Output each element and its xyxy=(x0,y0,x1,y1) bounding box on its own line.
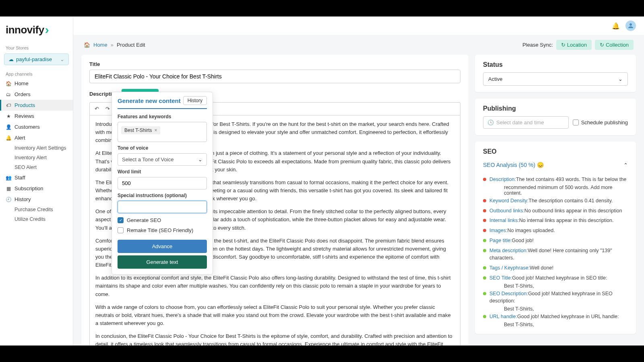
seo-item-sub: Best T-Shirts, xyxy=(483,306,628,312)
status-dot-icon xyxy=(483,266,486,269)
sidebar-item-products[interactable]: 🏷Products xyxy=(0,100,73,111)
seo-item: Images:No images uploaded. xyxy=(483,226,628,236)
title-label: Title xyxy=(89,61,460,67)
sidebar-subitem[interactable]: Utilize Credits xyxy=(0,214,73,224)
seo-item-sub: recommended minimum of 500 words. Add mo… xyxy=(483,185,628,196)
sidebar: innovify› Your Stores ☁ payful-paradise … xyxy=(0,16,73,346)
sidebar-item-orders[interactable]: 🗂Orders xyxy=(0,89,73,100)
logo-chevron-icon: › xyxy=(45,23,49,37)
generate-popover: Generate new content History Features an… xyxy=(111,92,213,275)
status-title: Status xyxy=(483,61,628,68)
seo-card: SEO SEO Analysis (50 %) 😞 ⌃ Description:… xyxy=(475,142,636,334)
stores-label: Your Stores xyxy=(0,43,73,52)
home-icon: 🏠 xyxy=(84,42,90,48)
breadcrumb: 🏠 Home » Product Edit xyxy=(84,42,145,48)
advance-button[interactable]: Advance xyxy=(118,240,207,253)
keywords-input[interactable]: Best T-Shirts × xyxy=(118,122,207,142)
sidebar-subitem[interactable]: Inventory Alert xyxy=(0,153,73,162)
seo-item-sub: Best T-Shirts, xyxy=(483,283,628,289)
popover-title: Generate new content xyxy=(118,97,181,104)
special-instructions-input[interactable] xyxy=(118,201,207,213)
chevron-down-icon: ⌄ xyxy=(618,76,623,82)
status-dot-icon xyxy=(483,199,486,202)
schedule-label: Schedule publishing xyxy=(581,119,628,125)
seo-item: Tags / Keyphrase:Well done! xyxy=(483,263,628,273)
refresh-icon: ↻ xyxy=(600,42,604,48)
customers-icon: 👤 xyxy=(6,124,11,130)
sidebar-item-home[interactable]: 🏠Home xyxy=(0,78,73,89)
remake-title-checkbox[interactable] xyxy=(118,227,124,233)
publish-date-input[interactable]: 🕓 Select date and time xyxy=(483,116,569,129)
user-avatar[interactable] xyxy=(625,21,636,31)
sidebar-item-alert[interactable]: 🔔Alert xyxy=(0,132,73,143)
generate-seo-label: Generate SEO xyxy=(127,217,161,223)
chevron-down-icon: ⌄ xyxy=(60,56,64,62)
sync-collection-button[interactable]: ↻Collection xyxy=(595,40,634,50)
keyword-tag: Best T-Shirts × xyxy=(121,126,160,134)
status-dot-icon xyxy=(483,219,486,222)
sidebar-item-subscription[interactable]: ▦Subscription xyxy=(0,183,73,194)
refresh-icon: ↻ xyxy=(561,42,566,48)
notification-bell-icon[interactable]: 🔔 xyxy=(612,22,620,30)
seo-analysis-toggle[interactable]: SEO Analysis (50 %) 😞 ⌃ xyxy=(483,159,628,171)
bottom-black-bar xyxy=(0,346,644,362)
description-paragraph: In conclusion, the EliteFit Classic Polo… xyxy=(95,332,454,346)
seo-item: Internal links:No internal links appear … xyxy=(483,216,628,226)
sidebar-subitem[interactable]: Purchase Credits xyxy=(0,205,73,214)
status-dot-icon xyxy=(483,209,486,212)
description-paragraph: In addition to its exceptional comfort a… xyxy=(95,274,454,298)
seo-item: Description:The text contains 493 words.… xyxy=(483,175,628,185)
top-black-bar xyxy=(0,0,644,16)
subscription-icon: ▦ xyxy=(6,186,11,191)
history-icon: 🕘 xyxy=(6,197,11,202)
seo-item: URL handle:Good job! Matched keyphrase i… xyxy=(483,312,628,322)
sidebar-subitem[interactable]: Inventory Alert Settings xyxy=(0,143,73,153)
remove-tag-icon[interactable]: × xyxy=(154,128,157,133)
staff-icon: 👥 xyxy=(6,175,11,181)
channels-label: App channels xyxy=(0,69,73,78)
publishing-card: Publishing 🕓 Select date and time Schedu… xyxy=(475,99,636,135)
features-label: Features and keywords xyxy=(118,114,207,119)
store-name: payful-paradise xyxy=(16,56,52,62)
home-icon: 🏠 xyxy=(6,81,11,86)
tone-select[interactable]: Select a Tone of Voice⌄ xyxy=(118,153,207,166)
chevron-up-icon: ⌃ xyxy=(623,162,628,168)
breadcrumb-home[interactable]: Home xyxy=(93,42,107,48)
clock-icon: 🕓 xyxy=(487,119,494,125)
products-icon: 🏷 xyxy=(6,103,11,108)
svg-point-0 xyxy=(630,23,632,26)
schedule-checkbox[interactable] xyxy=(573,119,579,125)
description-paragraph: With a wide range of colors to choose fr… xyxy=(95,303,454,327)
title-input[interactable] xyxy=(89,70,460,83)
status-dot-icon xyxy=(483,315,486,318)
chevron-down-icon: ⌄ xyxy=(198,156,202,162)
word-limit-label: Word limit xyxy=(118,169,207,175)
sidebar-item-reviews[interactable]: ★Reviews xyxy=(0,111,73,121)
store-selector[interactable]: ☁ payful-paradise ⌄ xyxy=(4,53,69,65)
sidebar-item-history[interactable]: 🕘History xyxy=(0,194,73,205)
orders-icon: 🗂 xyxy=(6,92,11,97)
sidebar-subitem[interactable]: SEO Alert xyxy=(0,162,73,172)
sidebar-item-customers[interactable]: 👤Customers xyxy=(0,121,73,132)
seo-item-sub: Best T-Shirts, xyxy=(483,322,628,327)
seo-item: Outbound links:No outbound links appear … xyxy=(483,206,628,216)
word-limit-input[interactable] xyxy=(118,177,207,189)
publishing-title: Publishing xyxy=(483,105,628,112)
sidebar-item-staff[interactable]: 👥Staff xyxy=(0,172,73,183)
seo-item: SEO Title:Good job! Matched keyphrase in… xyxy=(483,273,628,283)
seo-item: Meta description:Well done! Here contain… xyxy=(483,246,628,263)
undo-icon[interactable]: ↶ xyxy=(93,105,101,113)
status-dot-icon xyxy=(483,229,486,232)
tone-label: Tone of voice xyxy=(118,145,207,151)
generate-seo-checkbox[interactable]: ✓ xyxy=(118,217,124,223)
reviews-icon: ★ xyxy=(6,113,11,119)
seo-item: SEO Description:Good job! Matched keyphr… xyxy=(483,289,628,306)
redo-icon[interactable]: ↷ xyxy=(104,105,111,113)
generate-text-button[interactable]: Generate text xyxy=(118,255,207,269)
sync-location-button[interactable]: ↻Location xyxy=(556,40,592,50)
seo-title: SEO xyxy=(483,148,628,155)
breadcrumb-current: Product Edit xyxy=(117,42,145,48)
history-tab[interactable]: History xyxy=(183,96,207,105)
status-dot-icon xyxy=(483,292,486,295)
status-select[interactable]: Active⌄ xyxy=(483,72,628,86)
